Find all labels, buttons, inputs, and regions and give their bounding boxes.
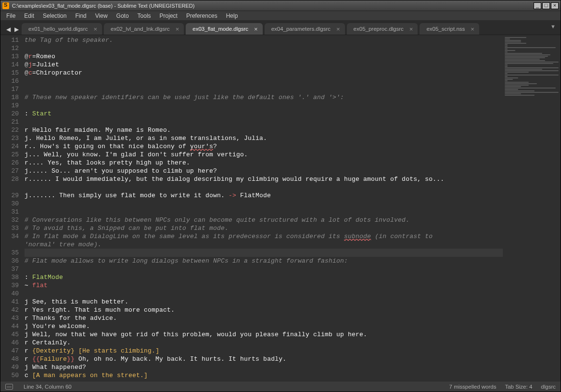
tab-ex04_parameters-dlgsrc[interactable]: ex04_parameters.dlgsrc× (265, 23, 345, 35)
minimap-line (505, 56, 548, 57)
code-line[interactable] (25, 200, 503, 208)
status-syntax[interactable]: dlgsrc (541, 384, 556, 390)
code-line[interactable]: : Start (25, 110, 503, 118)
menu-goto[interactable]: Goto (113, 12, 133, 20)
code-line[interactable]: j... Well, you know. I'm glad I don't su… (25, 151, 503, 159)
nav-forward-icon[interactable]: ▶ (14, 26, 19, 33)
code-line[interactable]: j See, this is much better. (25, 298, 503, 306)
code-line[interactable]: # Flat mode allows to write long dialogs… (25, 257, 503, 265)
minimap-line (505, 60, 545, 61)
tab-close-icon[interactable]: × (254, 25, 258, 33)
minimap-line (505, 44, 508, 45)
code-line[interactable] (25, 101, 503, 110)
code-line[interactable]: : FlatMode (25, 273, 503, 281)
menu-preferences[interactable]: Preferences (182, 12, 221, 20)
minimap-line (505, 49, 508, 50)
code-line[interactable] (25, 249, 503, 257)
tab-label: ex04_parameters.dlgsrc (271, 26, 331, 32)
code-line[interactable]: j....... Then simply use flat mode to wr… (25, 191, 503, 200)
menu-tools[interactable]: Tools (134, 12, 155, 20)
minimap-line (505, 73, 508, 74)
minimap-line (505, 40, 521, 41)
code-line[interactable]: 'normal' tree mode). (25, 240, 503, 249)
tab-ex02_lvl_and_lnk-dlgsrc[interactable]: ex02_lvl_and_lnk.dlgsrc× (104, 23, 184, 35)
minimap-line (505, 38, 510, 39)
minimap-line (505, 83, 537, 84)
code-line[interactable]: j What happened? (25, 363, 503, 371)
minimap-line (505, 86, 521, 87)
code-line[interactable] (25, 85, 503, 93)
code-line[interactable] (25, 290, 503, 298)
minimap-line (505, 41, 521, 42)
tab-close-icon[interactable]: × (93, 25, 97, 33)
minimap-line (505, 77, 518, 78)
minimap-line (505, 50, 515, 51)
tab-ex01_hello_world-dlgsrc[interactable]: ex01_hello_world.dlgsrc× (22, 23, 102, 35)
code-line[interactable] (25, 118, 503, 126)
code-line[interactable]: r...... I would immediately, but the dia… (25, 175, 503, 183)
minimize-button[interactable]: _ (534, 2, 541, 9)
code-line[interactable]: # In flat mode a DialogLine on the same … (25, 232, 503, 240)
nav-back-icon[interactable]: ◀ (6, 26, 11, 33)
code-line[interactable]: # Conversations like this between NPCs o… (25, 216, 503, 224)
minimap-line (505, 46, 508, 47)
menu-view[interactable]: View (91, 12, 112, 20)
panel-icon[interactable] (5, 384, 13, 390)
tab-ex05_preproc-dlgsrc[interactable]: ex05_preproc.dlgsrc× (347, 23, 418, 35)
minimap-line (505, 37, 526, 38)
code-line[interactable] (25, 44, 503, 52)
code-line[interactable]: r.... Yes, that looks pretty high up the… (25, 159, 503, 167)
code-line[interactable]: c [A man appears on the street.] (25, 371, 503, 379)
code-line[interactable] (25, 77, 503, 85)
tab-close-icon[interactable]: × (336, 25, 340, 33)
minimap-line (505, 92, 559, 93)
menu-selection[interactable]: Selection (39, 12, 70, 20)
code-line[interactable]: ~ flat (25, 281, 503, 290)
minimap-line (505, 95, 535, 96)
code-line[interactable]: r Thanks for the advice. (25, 314, 503, 322)
minimap[interactable] (503, 35, 561, 381)
menu-file[interactable]: File (2, 12, 19, 20)
tab-close-icon[interactable]: × (409, 25, 413, 33)
minimap-line (505, 59, 540, 60)
code-line[interactable]: # To avoid this, a Snipped can be put in… (25, 224, 503, 232)
code-line[interactable]: @c=Chiropractor (25, 69, 503, 77)
code-line[interactable]: r Certainly. (25, 339, 503, 347)
code-line[interactable]: # These new speaker identifiers can be u… (25, 93, 503, 101)
menu-project[interactable]: Project (156, 12, 181, 20)
minimap-line (505, 70, 559, 71)
tab-close-icon[interactable]: × (176, 25, 179, 33)
tab-close-icon[interactable]: × (471, 25, 474, 33)
close-button[interactable]: × (551, 2, 559, 9)
code-line[interactable]: @r=Romeo (25, 52, 503, 61)
tab-overflow-icon[interactable]: ▼ (550, 24, 556, 29)
status-tabsize[interactable]: Tab Size: 4 (505, 384, 532, 390)
status-spell[interactable]: 7 misspelled words (449, 384, 497, 390)
minimap-line (505, 64, 508, 65)
tab-ex05_script-nss[interactable]: ex05_script.nss× (420, 23, 479, 35)
menu-help[interactable]: Help (222, 12, 242, 20)
code-line[interactable]: j You're welcome. (25, 322, 503, 330)
code-line[interactable]: j. Hello Romeo, I am Juliet, or as in so… (25, 134, 503, 142)
code-line[interactable]: the Tag of the speaker. (25, 36, 503, 44)
code-line[interactable]: r Hello fair maiden. My name is Romeo. (25, 126, 503, 134)
code-line[interactable] (25, 183, 503, 191)
status-pos[interactable]: Line 34, Column 60 (24, 384, 72, 390)
code-area[interactable]: the Tag of the speaker.@r=Romeo@j=Juliet… (25, 35, 503, 381)
code-line[interactable]: @j=Juliet (25, 61, 503, 69)
code-line[interactable]: j..... So... aren't you supposed to clim… (25, 167, 503, 175)
minimap-line (505, 82, 529, 83)
menu-find[interactable]: Find (71, 12, 90, 20)
code-line[interactable]: r {{Failure}} Oh, oh no. My back. My bac… (25, 355, 503, 363)
code-line[interactable] (25, 265, 503, 273)
code-line[interactable]: j Well, now that we have got rid of this… (25, 330, 503, 339)
code-line[interactable]: r {Dexterity} [He starts climbing.] (25, 347, 503, 355)
maximize-button[interactable]: □ (542, 2, 550, 9)
minimap-line (505, 69, 542, 70)
tab-ex03_flat_mode-dlgsrc[interactable]: ex03_flat_mode.dlgsrc× (186, 23, 262, 35)
code-line[interactable] (25, 208, 503, 216)
code-line[interactable]: r.. How's it going on that nice balcony … (25, 142, 503, 151)
code-line[interactable]: r Yes right. That is much more compact. (25, 306, 503, 314)
tab-nav: ◀ ▶ (4, 26, 22, 35)
menu-edit[interactable]: Edit (20, 12, 38, 20)
